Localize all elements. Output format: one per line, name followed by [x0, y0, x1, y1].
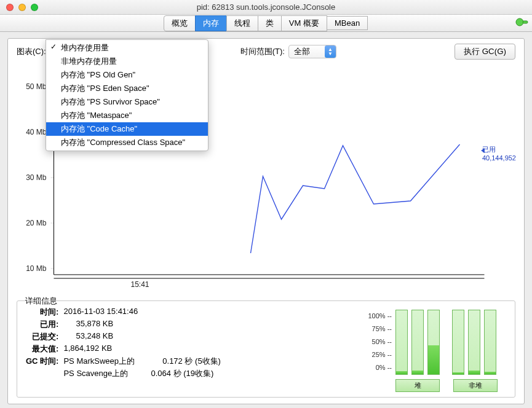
tab-threads[interactable]: 线程	[226, 15, 258, 31]
pct-0: 0% --	[367, 361, 392, 374]
dropdown-item[interactable]: 内存池 "Code Cache"	[46, 122, 208, 136]
perform-gc-button[interactable]: 执行 GC(G)	[455, 44, 515, 60]
mini-bar[interactable]	[395, 310, 408, 375]
pct-50: 50% --	[367, 335, 392, 348]
detail-gc-label: GC 时间:	[23, 355, 61, 367]
svg-text:20 Mb: 20 Mb	[26, 219, 47, 227]
dropdown-item[interactable]: 内存池 "PS Survivor Space"	[46, 95, 208, 109]
tab-classes[interactable]: 类	[258, 15, 282, 31]
nonheap-bar-group	[452, 308, 496, 375]
svg-text:10 Mb: 10 Mb	[26, 264, 47, 273]
dropdown-item[interactable]: 内存池 "PS Eden Space"	[46, 82, 208, 95]
tabbar: 概览 内存 线程 类 VM 概要 MBean	[0, 15, 532, 32]
details-text: 时间: 2016-11-03 15:41:46 已用: 35,878 KB 已提…	[23, 306, 367, 392]
heap-bar-group	[395, 308, 440, 375]
detail-time-value: 2016-11-03 15:41:46	[61, 306, 223, 318]
svg-rect-1	[523, 21, 528, 23]
timerange-label: 时间范围(T):	[240, 46, 285, 57]
chevron-updown-icon: ▲▼	[325, 45, 336, 58]
tab-memory[interactable]: 内存	[195, 15, 227, 31]
mini-bar[interactable]	[411, 310, 424, 375]
details-box: 时间: 2016-11-03 15:41:46 已用: 35,878 KB 已提…	[17, 300, 515, 398]
tab-vmsummary[interactable]: VM 概要	[281, 15, 327, 31]
svg-text:15:41: 15:41	[130, 280, 149, 287]
detail-gc2-val: 0.064 秒 (19收集)	[151, 369, 213, 378]
svg-text:40 Mb: 40 Mb	[26, 128, 47, 136]
pct-axis: 100% -- 75% -- 50% -- 25% -- 0% --	[367, 310, 392, 374]
detail-gc2-name: PS Scavenge上的	[63, 369, 128, 378]
mini-bar[interactable]	[484, 310, 496, 375]
dropdown-item[interactable]: 内存池 "Metaspace"	[46, 109, 208, 122]
nonheap-button[interactable]: 非堆	[453, 379, 498, 392]
dropdown-item[interactable]: 内存池 "Compressed Class Space"	[46, 136, 208, 149]
detail-committed-label: 已提交:	[23, 331, 61, 343]
used-readout-value: 40,144,952	[482, 154, 516, 162]
svg-text:50 Mb: 50 Mb	[26, 82, 47, 91]
timerange-select[interactable]: 全部 ▲▼	[288, 45, 336, 58]
detail-gc1: PS MarkSweep上的 0.172 秒 (5收集)	[61, 355, 223, 367]
heap-button[interactable]: 堆	[395, 379, 440, 392]
pct-25: 25% --	[367, 348, 392, 361]
dropdown-item[interactable]: 非堆内存使用量	[46, 55, 208, 68]
detail-used-label: 已用:	[23, 318, 61, 331]
dropdown-item[interactable]: 内存池 "PS Old Gen"	[46, 68, 208, 82]
detail-gc1-val: 0.172 秒 (5收集)	[162, 356, 221, 366]
window-title: pid: 62813 sun.tools.jconsole.JConsole	[0, 2, 532, 12]
detail-max-label: 最大值:	[23, 343, 61, 355]
detail-used-value: 35,878 KB	[61, 318, 223, 331]
pct-100: 100% --	[367, 310, 392, 323]
mini-bar[interactable]	[427, 310, 440, 375]
mini-bar[interactable]	[452, 310, 464, 375]
pct-75: 75% --	[367, 323, 392, 335]
dropdown-item[interactable]: 堆内存使用量	[46, 41, 208, 55]
used-readout: 已用 40,144,952	[482, 145, 516, 162]
used-readout-title: 已用	[482, 146, 496, 153]
connection-icon	[515, 17, 528, 27]
detail-committed-value: 53,248 KB	[61, 331, 223, 343]
detail-time-label: 时间:	[23, 306, 61, 318]
detail-max-value: 1,864,192 KB	[61, 343, 223, 355]
detail-gc2: PS Scavenge上的 0.064 秒 (19收集)	[61, 367, 223, 380]
tab-mbean[interactable]: MBean	[327, 16, 368, 30]
svg-point-0	[516, 18, 523, 26]
timerange-value: 全部	[294, 46, 310, 57]
mini-bars: 100% -- 75% -- 50% -- 25% -- 0% -- 堆 非堆	[367, 306, 509, 392]
svg-text:30 Mb: 30 Mb	[26, 173, 47, 182]
chart-select-dropdown[interactable]: 堆内存使用量 非堆内存使用量 内存池 "PS Old Gen" 内存池 "PS …	[46, 39, 208, 151]
mini-bar[interactable]	[468, 310, 480, 375]
detail-gc1-name: PS MarkSweep上的	[63, 356, 135, 366]
titlebar: pid: 62813 sun.tools.jconsole.JConsole	[0, 0, 532, 15]
chart-label: 图表(C):	[17, 46, 46, 57]
tab-overview[interactable]: 概览	[164, 15, 196, 31]
